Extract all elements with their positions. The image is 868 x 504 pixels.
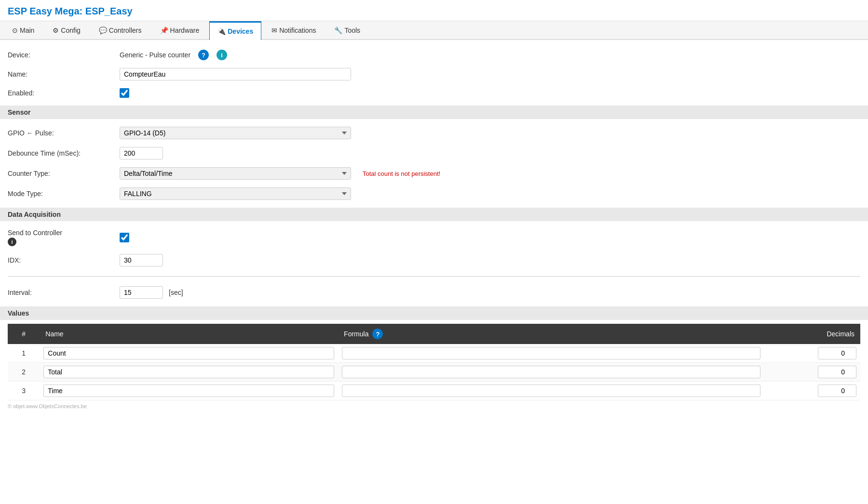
device-help-icon[interactable]: ? xyxy=(198,50,209,60)
tab-controllers[interactable]: 💬 Controllers xyxy=(91,21,150,39)
idx-label: IDX: xyxy=(8,256,114,264)
devices-icon: 🔌 xyxy=(217,27,226,35)
send-controller-info-icon[interactable]: i xyxy=(8,238,16,246)
row-1-decimals-cell xyxy=(764,344,860,363)
tab-main-label: Main xyxy=(20,27,34,34)
values-table: # Name Formula ? Decimals 1 xyxy=(8,324,860,400)
data-acquisition-section-header: Data Acquisition xyxy=(0,208,868,221)
tab-config-label: Config xyxy=(61,27,80,34)
tab-devices-label: Devices xyxy=(228,27,253,35)
row-2-decimals-input[interactable] xyxy=(818,366,856,378)
row-3-name-cell xyxy=(40,382,338,400)
mode-type-label: Mode Type: xyxy=(8,190,114,198)
divider xyxy=(8,276,860,277)
row-1-name-cell xyxy=(40,344,338,363)
interval-label: Interval: xyxy=(8,289,114,296)
app-title: ESP Easy Mega: ESP_Easy xyxy=(8,6,860,17)
values-section-header: Values xyxy=(0,306,868,320)
notifications-icon: ✉ xyxy=(271,27,277,34)
table-row: 1 xyxy=(8,344,860,363)
name-input[interactable] xyxy=(120,68,351,80)
row-1-num: 1 xyxy=(8,344,40,363)
table-row: 2 xyxy=(8,363,860,382)
row-1-formula-cell xyxy=(338,344,764,363)
row-2-name-input[interactable] xyxy=(43,366,334,378)
row-2-num: 2 xyxy=(8,363,40,382)
idx-row: IDX: xyxy=(8,250,860,270)
tab-tools[interactable]: 🔧 Tools xyxy=(326,21,368,39)
enabled-row: Enabled: xyxy=(8,84,860,102)
tab-config[interactable]: ⚙ Config xyxy=(44,21,88,39)
enabled-checkbox[interactable] xyxy=(120,88,129,98)
tab-hardware-label: Hardware xyxy=(170,27,200,34)
name-label: Name: xyxy=(8,70,114,78)
interval-input[interactable] xyxy=(120,286,163,299)
device-value: Generic - Pulse counter xyxy=(120,51,190,59)
config-icon: ⚙ xyxy=(53,27,59,34)
enabled-label: Enabled: xyxy=(8,89,114,97)
sensor-section-header: Sensor xyxy=(0,106,868,119)
tab-main[interactable]: ⊙ Main xyxy=(4,21,42,39)
nav-tabs: ⊙ Main ⚙ Config 💬 Controllers 📌 Hardware… xyxy=(0,21,868,40)
tools-icon: 🔧 xyxy=(334,27,342,34)
interval-unit: [sec] xyxy=(169,289,183,296)
table-row: 3 xyxy=(8,382,860,400)
row-3-formula-input[interactable] xyxy=(342,385,760,397)
row-2-formula-cell xyxy=(338,363,764,382)
counter-warning: Total count is not persistent! xyxy=(363,170,440,177)
counter-type-row: Counter Type: Delta/Total/Time Delta Tot… xyxy=(8,163,860,184)
row-2-name-cell xyxy=(40,363,338,382)
tab-controllers-label: Controllers xyxy=(109,27,142,34)
debounce-label: Debounce Time (mSec): xyxy=(8,149,114,157)
debounce-input[interactable] xyxy=(120,147,163,159)
row-1-name-input[interactable] xyxy=(43,347,334,359)
table-header-decimals: Decimals xyxy=(764,324,860,344)
table-header-formula: Formula ? xyxy=(338,324,764,344)
hardware-icon: 📌 xyxy=(160,27,168,34)
row-2-decimals-cell xyxy=(764,363,860,382)
controllers-icon: 💬 xyxy=(99,27,107,34)
tab-hardware[interactable]: 📌 Hardware xyxy=(152,21,208,39)
row-3-decimals-input[interactable] xyxy=(818,385,856,397)
debounce-row: Debounce Time (mSec): xyxy=(8,143,860,163)
row-3-formula-cell xyxy=(338,382,764,400)
name-row: Name: xyxy=(8,64,860,84)
gpio-row: GPIO ← Pulse: GPIO-14 (D5) GPIO-0 (D3) G… xyxy=(8,123,860,143)
row-1-decimals-input[interactable] xyxy=(818,347,856,359)
device-info-icon[interactable]: i xyxy=(217,50,227,60)
row-2-formula-input[interactable] xyxy=(342,366,760,378)
formula-help-icon[interactable]: ? xyxy=(372,329,383,339)
tab-notifications[interactable]: ✉ Notifications xyxy=(263,21,324,39)
tab-devices[interactable]: 🔌 Devices xyxy=(209,21,261,40)
row-1-formula-input[interactable] xyxy=(342,347,760,359)
device-label: Device: xyxy=(8,51,114,59)
table-header-num: # xyxy=(8,324,40,344)
send-controller-row: Send to Controller i xyxy=(8,225,860,250)
counter-type-label: Counter Type: xyxy=(8,170,114,177)
mode-type-row: Mode Type: FALLING RISING CHANGE xyxy=(8,184,860,204)
table-header-name: Name xyxy=(40,324,338,344)
main-icon: ⊙ xyxy=(12,27,18,34)
footer-note: © objet.www.ObjetsConnectes.be xyxy=(8,400,860,412)
row-3-num: 3 xyxy=(8,382,40,400)
tab-notifications-label: Notifications xyxy=(279,27,316,34)
row-3-name-input[interactable] xyxy=(43,385,334,397)
device-row: Device: Generic - Pulse counter ? i xyxy=(8,46,860,64)
gpio-select[interactable]: GPIO-14 (D5) GPIO-0 (D3) GPIO-2 (D4) GPI… xyxy=(120,127,351,139)
send-controller-label: Send to Controller xyxy=(8,229,114,237)
row-3-decimals-cell xyxy=(764,382,860,400)
send-controller-checkbox[interactable] xyxy=(120,233,129,242)
gpio-label: GPIO ← Pulse: xyxy=(8,129,114,137)
tab-tools-label: Tools xyxy=(344,27,360,34)
mode-type-select[interactable]: FALLING RISING CHANGE xyxy=(120,187,351,200)
interval-row: Interval: [sec] xyxy=(8,282,860,303)
counter-type-select[interactable]: Delta/Total/Time Delta Total Time xyxy=(120,167,351,180)
idx-input[interactable] xyxy=(120,254,163,266)
